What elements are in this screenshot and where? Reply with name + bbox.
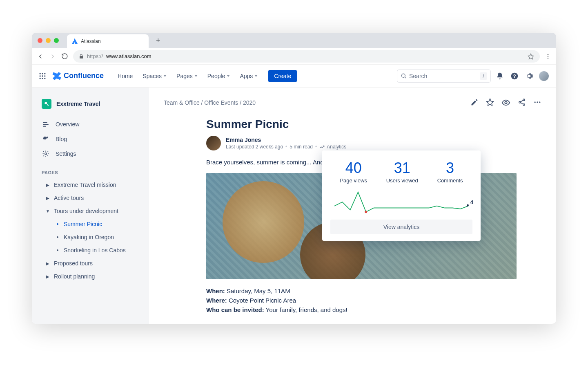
share-icon[interactable] — [518, 98, 526, 107]
new-tab-button[interactable]: + — [156, 36, 160, 45]
notifications-icon[interactable] — [494, 70, 506, 82]
author-name[interactable]: Emma Jones — [226, 137, 346, 143]
tree-item-active-tours[interactable]: ▶Active tours — [36, 191, 145, 204]
bullet-icon: • — [56, 234, 60, 240]
analytics-stats: 40 Page views 31 Users viewed 3 Comments — [330, 159, 472, 184]
sidebar-item-settings[interactable]: Settings — [36, 146, 145, 161]
svg-point-8 — [44, 75, 45, 76]
brand-name: Confluence — [64, 72, 104, 80]
tree-item-snorkeling[interactable]: •Snorkeling in Los Cabos — [36, 244, 145, 257]
svg-point-11 — [44, 78, 45, 79]
browser-window: Atlassian + https:// www.atlassian.com C… — [32, 33, 556, 324]
browser-tab[interactable]: Atlassian — [67, 34, 149, 48]
tree-item-proposed[interactable]: ▶Proposed tours — [36, 257, 145, 270]
stat-value: 40 — [340, 159, 367, 177]
svg-point-1 — [548, 56, 548, 56]
who-label: Who can be invited: — [206, 306, 264, 313]
watch-icon[interactable] — [501, 98, 510, 107]
stat-label: Page views — [340, 177, 367, 184]
where-label: Where: — [206, 297, 227, 304]
svg-rect-17 — [43, 124, 49, 125]
stat-label: Users viewed — [386, 177, 418, 184]
settings-icon[interactable] — [523, 70, 535, 82]
more-icon[interactable] — [533, 98, 541, 107]
atlassian-favicon-icon — [72, 38, 78, 44]
window-controls[interactable] — [38, 38, 59, 43]
svg-point-10 — [42, 78, 43, 79]
help-icon[interactable]: ? — [509, 70, 520, 82]
nav-people[interactable]: People — [204, 70, 234, 82]
stat-label: Comments — [437, 177, 463, 184]
sidebar-section-pages: PAGES — [36, 161, 145, 178]
page-actions — [470, 98, 541, 107]
search-input[interactable]: Search / — [397, 70, 491, 83]
chevron-down-icon — [227, 75, 230, 77]
maximize-window-icon[interactable] — [54, 38, 59, 43]
stat-comments: 3 Comments — [437, 159, 463, 184]
nav-spaces[interactable]: Spaces — [139, 70, 170, 82]
svg-point-15 — [45, 102, 47, 104]
lock-icon — [79, 54, 84, 59]
sidebar-item-label: Overview — [56, 121, 79, 128]
svg-point-0 — [548, 54, 548, 55]
bullet-icon: • — [56, 221, 60, 227]
nav-home[interactable]: Home — [114, 70, 136, 82]
breadcrumb[interactable]: Team & Office / Office Events / 2020 — [164, 99, 256, 106]
space-header[interactable]: Exxtreme Travel — [36, 96, 145, 117]
browser-tabbar: Atlassian + — [32, 33, 556, 48]
create-button[interactable]: Create — [268, 70, 297, 82]
svg-point-6 — [40, 75, 41, 76]
url-host: www.atlassian.com — [106, 53, 151, 59]
star-icon[interactable] — [486, 98, 494, 107]
stat-value: 31 — [386, 159, 418, 177]
forward-button[interactable] — [49, 53, 56, 60]
app-switcher-icon[interactable] — [38, 72, 47, 80]
edit-icon[interactable] — [470, 98, 479, 107]
tree-item-mission[interactable]: ▶Exxtreme Travel mission — [36, 178, 145, 191]
svg-point-22 — [523, 99, 525, 101]
close-window-icon[interactable] — [38, 38, 42, 43]
chevron-down-icon: ▼ — [46, 209, 50, 213]
svg-text:?: ? — [513, 73, 516, 79]
sidebar-item-blog[interactable]: ” Blog — [36, 132, 145, 146]
chevron-right-icon: ▶ — [46, 261, 50, 266]
tab-title: Atlassian — [81, 38, 101, 44]
view-analytics-button[interactable]: View analytics — [330, 220, 472, 234]
search-icon — [401, 73, 407, 79]
author-avatar[interactable] — [206, 136, 221, 150]
tree-item-tours-dev[interactable]: ▼Tours under development — [36, 204, 145, 218]
tree-item-summer-picnic[interactable]: •Summer Picnic — [36, 218, 145, 231]
bookmark-star-icon[interactable] — [528, 53, 534, 60]
page-top: Team & Office / Office Events / 2020 — [164, 98, 541, 107]
analytics-link[interactable]: Analytics — [319, 144, 346, 150]
where-value: Coyote Point Picnic Area — [227, 297, 296, 304]
address-bar[interactable]: https:// www.atlassian.com — [73, 50, 540, 63]
analytics-popover: 40 Page views 31 Users viewed 3 Comments… — [322, 150, 481, 241]
browser-toolbar: https:// www.atlassian.com — [32, 48, 556, 65]
profile-avatar[interactable] — [538, 70, 550, 82]
nav-apps[interactable]: Apps — [236, 70, 261, 82]
bullet-icon: • — [56, 247, 60, 254]
back-button[interactable] — [37, 53, 44, 60]
gear-icon — [42, 150, 50, 157]
chevron-down-icon — [194, 75, 198, 77]
svg-point-26 — [537, 101, 538, 103]
tree-item-rollout[interactable]: ▶Rollout planning — [36, 270, 145, 283]
blog-icon: ” — [42, 135, 50, 143]
nav-pages[interactable]: Pages — [173, 70, 201, 82]
chevron-right-icon: ▶ — [46, 183, 50, 187]
event-details: When: Saturday, May 5, 11AM Where: Coyot… — [206, 287, 517, 313]
svg-point-20 — [45, 153, 47, 155]
reload-button[interactable] — [61, 53, 68, 60]
svg-rect-18 — [43, 126, 46, 127]
sidebar-item-overview[interactable]: Overview — [36, 117, 145, 132]
page-meta: Last updated 2 weeks ago • 5 min read • … — [226, 144, 346, 150]
tree-item-kayaking[interactable]: •Kayaking in Oregon — [36, 231, 145, 244]
svg-point-27 — [539, 101, 540, 103]
svg-point-12 — [402, 74, 405, 78]
svg-point-7 — [42, 75, 43, 76]
when-value: Saturday, May 5, 11AM — [225, 287, 290, 294]
minimize-window-icon[interactable] — [46, 38, 51, 43]
confluence-logo[interactable]: Confluence — [52, 72, 104, 81]
browser-menu-button[interactable] — [545, 53, 551, 60]
